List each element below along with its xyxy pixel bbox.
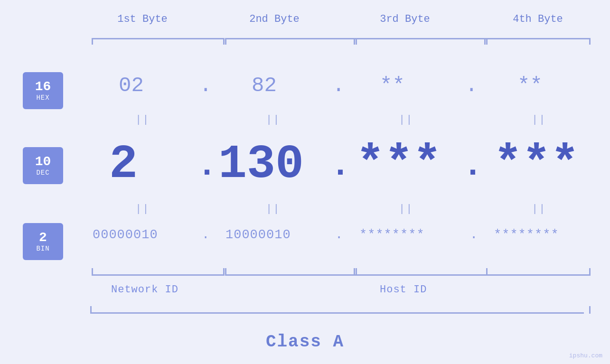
badge-bin: 2 BIN xyxy=(23,223,63,260)
bracket-bot-col3 xyxy=(356,274,488,276)
bracket-bot-col4 xyxy=(486,274,591,276)
hex-col1: 02 xyxy=(119,74,144,97)
eq-dec-bin-2: || xyxy=(266,203,280,215)
bracket-tick-col4-right xyxy=(589,38,591,45)
bracket-bot-tick-col2-right xyxy=(354,268,355,276)
hex-col3: ** xyxy=(380,74,405,97)
badge-dec: 10 DEC xyxy=(23,147,63,184)
bracket-tick-col2-left xyxy=(225,38,226,45)
badge-dec-num: 10 xyxy=(35,155,51,169)
eq-hex-dec-3: || xyxy=(399,114,413,126)
eq-hex-dec-2: || xyxy=(266,114,280,126)
bin-col2: 10000010 xyxy=(225,228,291,242)
class-label: Class A xyxy=(0,332,610,352)
bracket-tick-col3-left xyxy=(356,38,357,45)
bracket-bot-col2 xyxy=(225,274,356,276)
eq-hex-dec-1: || xyxy=(135,114,150,126)
dec-dot2: . xyxy=(330,147,350,185)
dec-dot3: . xyxy=(463,147,483,185)
dec-col2: 130 xyxy=(218,138,304,191)
bin-col3: ******** xyxy=(359,228,425,242)
badge-bin-num: 2 xyxy=(39,231,47,245)
badge-hex: 16 HEX xyxy=(23,72,63,109)
host-id-label: Host ID xyxy=(380,284,427,296)
bracket-bot-tick-col1-right xyxy=(223,268,225,276)
badge-hex-label: HEX xyxy=(36,94,49,102)
class-bracket-left xyxy=(90,306,92,314)
bracket-tick-col4-left xyxy=(486,38,488,45)
bracket-bot-tick-col2-left xyxy=(225,268,226,276)
bracket-bot-tick-col1-left xyxy=(92,268,93,276)
eq-dec-bin-1: || xyxy=(135,203,150,215)
bracket-top-col3 xyxy=(356,38,486,39)
hex-col4: ** xyxy=(517,74,543,97)
eq-dec-bin-4: || xyxy=(532,203,546,215)
dec-col1: 2 xyxy=(109,138,138,191)
dec-col4: *** xyxy=(494,138,579,191)
class-bracket xyxy=(90,312,584,314)
network-id-label: Network ID xyxy=(111,284,178,296)
badge-dec-label: DEC xyxy=(36,169,49,177)
col-header-3: 3rd Byte xyxy=(357,13,452,25)
class-bracket-right xyxy=(589,306,591,314)
bin-col1: 00000010 xyxy=(93,228,158,242)
hex-dot1: . xyxy=(199,74,212,97)
eq-hex-dec-4: || xyxy=(532,114,546,126)
main-container: 16 HEX 10 DEC 2 BIN 1st Byte 2nd Byte 3r… xyxy=(0,0,610,364)
bin-dot3: . xyxy=(470,228,478,242)
hex-dot3: . xyxy=(465,74,478,97)
bracket-bot-tick-col4-left xyxy=(486,268,488,276)
dec-dot1: . xyxy=(197,147,217,185)
bracket-bot-tick-col4-right xyxy=(589,268,591,276)
bracket-tick-col3-right xyxy=(484,38,486,45)
bracket-tick-col1-right xyxy=(223,38,225,45)
bracket-top-col1 xyxy=(92,38,225,39)
eq-dec-bin-3: || xyxy=(399,203,413,215)
bin-col4: ******** xyxy=(494,228,559,242)
bin-dot1: . xyxy=(202,228,209,242)
bracket-top-col4 xyxy=(486,38,591,39)
col-header-2: 2nd Byte xyxy=(227,13,322,25)
bracket-tick-col1-left xyxy=(92,38,93,45)
col-header-1: 1st Byte xyxy=(95,13,190,25)
bracket-bot-tick-col3-left xyxy=(356,268,357,276)
badge-hex-num: 16 xyxy=(35,80,51,94)
dec-col3: *** xyxy=(356,138,441,191)
bracket-tick-col2-right xyxy=(354,38,355,45)
hex-col2: 82 xyxy=(252,74,277,97)
bracket-bot-col1 xyxy=(92,274,225,276)
hex-dot2: . xyxy=(332,74,345,97)
watermark: ipshu.com xyxy=(569,352,602,359)
col-header-4: 4th Byte xyxy=(490,13,585,25)
badge-bin-label: BIN xyxy=(36,245,49,252)
bin-dot2: . xyxy=(335,228,343,242)
bracket-top-col2 xyxy=(225,38,356,39)
